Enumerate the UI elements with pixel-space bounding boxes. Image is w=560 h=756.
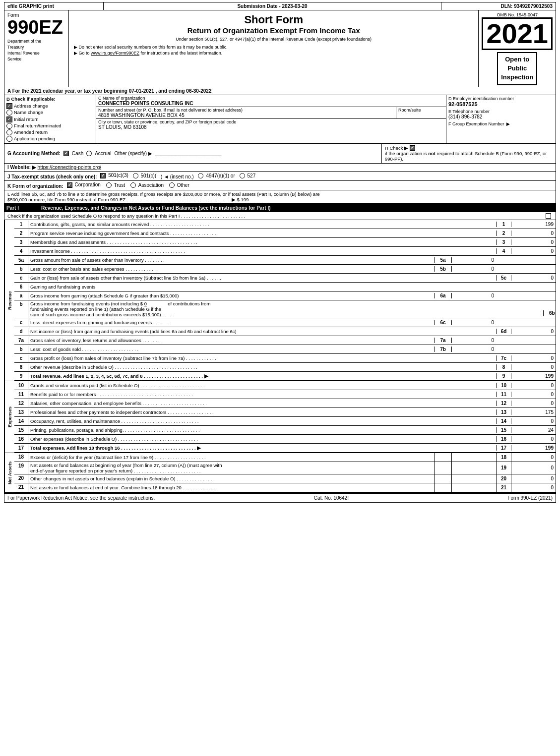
row5a-inner-line: 5a (434, 257, 451, 263)
row6-num: 6 (14, 284, 28, 290)
row6b-inner-line: 6b (543, 310, 560, 316)
expense-row-17: 17Total expenses. Add lines 10 through 1… (14, 444, 556, 453)
schedule-o-radio[interactable] (546, 213, 551, 219)
row4-num: 4 (14, 248, 28, 254)
website-url[interactable]: https://connecting-points.org/ (38, 165, 101, 170)
application-pending-radio[interactable] (6, 136, 12, 142)
net-assets-side-label: Net Assets (4, 453, 14, 492)
row6b-desc: Gross income from fundraising events (no… (28, 300, 543, 318)
row7a-inner-val: 0 (451, 338, 496, 343)
name-change-radio[interactable] (6, 110, 12, 116)
expense-row-10: 10Grants and similar amounts paid (list … (14, 381, 556, 390)
row1-value: 199 (511, 222, 556, 227)
accrual-radio[interactable] (86, 151, 92, 156)
row6c-desc: Less: direct expenses from gaming and fu… (28, 319, 434, 326)
final-return-radio[interactable] (6, 123, 12, 129)
checkbox-name-change[interactable]: Name change (6, 110, 94, 116)
page: efile GRAPHIC print Submission Date - 20… (0, 0, 560, 505)
section-k: K Form of organization: ✓ Corporation Tr… (4, 181, 556, 190)
address-change-label: Address change (14, 103, 48, 109)
row6-desc: Gaming and fundraising events (28, 284, 434, 290)
cash-checkbox[interactable]: ✓ (63, 151, 69, 156)
501c3-checkbox[interactable]: ✓ (100, 173, 106, 178)
row7a-num: 7a (14, 337, 28, 344)
corporation-checkbox[interactable]: ✓ (67, 182, 72, 188)
dln: DLN: 93492079012503 (441, 2, 556, 10)
row7c-lineno: 7c (496, 355, 511, 361)
501c-radio[interactable] (133, 173, 138, 178)
expenses-side-label: Expenses (4, 381, 14, 453)
net-assets-row-18: 18Excess or (deficit) for the year (Subt… (14, 453, 556, 462)
association-radio[interactable] (130, 182, 136, 188)
expense-row-13: 13Professional fees and other payments t… (14, 408, 556, 417)
footer: For Paperwork Reduction Act Notice, see … (4, 493, 556, 503)
other-radio[interactable] (169, 182, 175, 188)
year-box: 2021 (482, 17, 553, 50)
row5c-desc: Gain or (loss) from sale of assets other… (28, 275, 434, 281)
527-radio[interactable] (240, 173, 245, 178)
row7b-inner-line: 7b (434, 347, 451, 352)
expense-row-16: 16Other expenses (describe in Schedule O… (14, 435, 556, 444)
row5b-num: b (14, 266, 28, 272)
open-inspection-box: Open to Public Inspection (497, 52, 537, 85)
checkbox-final-return[interactable]: Final return/terminated (6, 123, 94, 129)
row6a-num: a (14, 292, 28, 299)
row5c-value: 0 (511, 275, 556, 281)
checkbox-amended-return[interactable]: Amended return (6, 129, 94, 135)
trust-radio[interactable] (106, 182, 112, 188)
ein: 92-0587525 (448, 101, 554, 107)
org-name: CONNECTED POINTS CONSULTING INC (98, 101, 444, 106)
checkbox-address-change[interactable]: Address change (6, 103, 94, 109)
expense-row-15: 15Printing, publications, postage, and s… (14, 426, 556, 435)
omb-number: OMB No. 1545-0047 (497, 12, 538, 17)
row6a-inner-val: 0 (451, 293, 496, 298)
row6c-inner-line: 6c (434, 320, 451, 325)
address-change-checkbox[interactable] (6, 103, 12, 109)
row7a-desc: Gross sales of inventory, less returns a… (28, 337, 434, 344)
part1-title: Revenue, Expenses, and Changes in Net As… (41, 205, 271, 211)
4947-radio[interactable] (198, 173, 203, 178)
section-g: G Accounting Method: ✓ Cash Accrual Othe… (4, 144, 382, 163)
expense-row-12: 12Salaries, other compensation, and empl… (14, 399, 556, 408)
return-title: Return of Organization Exempt From Incom… (74, 26, 473, 35)
efile-label: efile GRAPHIC print (4, 2, 104, 10)
section-i: I Website: ▶ https://connecting-points.o… (4, 164, 556, 172)
row3-num: 3 (14, 239, 28, 245)
row6c-num: c (14, 319, 28, 326)
subtitle: Under section 501(c), 527, or 4947(a)(1)… (74, 37, 473, 42)
row5c-lineno: 5c (496, 275, 511, 281)
footer-left: For Paperwork Reduction Act Notice, see … (7, 495, 155, 501)
section-a: A For the 2021 calendar year, or tax yea… (4, 87, 556, 95)
row6d-desc: Net income or (loss) from gaming and fun… (28, 328, 434, 335)
dept-info: Department of the Treasury Internal Reve… (7, 39, 65, 62)
form-number: 990EZ (7, 18, 65, 37)
street-address: 4818 WASHINGTON AVENUE BOX 45 (98, 113, 394, 118)
net-assets-row-19: 19Net assets or fund balances at beginni… (14, 462, 556, 474)
initial-return-checkbox[interactable] (6, 116, 12, 122)
part1-label: Part I (6, 205, 41, 211)
row5a-inner-val: 0 (451, 257, 496, 263)
row5b-inner-line: 5b (434, 266, 451, 272)
row9-num: 9 (14, 373, 28, 379)
row5c-num: c (14, 275, 28, 281)
row6d-lineno: 6d (496, 329, 511, 334)
row9-value: 199 (511, 373, 556, 379)
row9-desc: Total revenue. Add lines 1, 2, 3, 4, 5c,… (28, 373, 434, 379)
section-h: H Check ▶ ✓ if the organization is not r… (382, 144, 556, 163)
net-assets-row-20: 20Other changes in net assets or fund ba… (14, 474, 556, 483)
final-return-label: Final return/terminated (14, 123, 62, 128)
row6a-inner-line: 6a (434, 293, 451, 298)
row7a-inner-line: 7a (434, 338, 451, 343)
expense-row-14: 14Occupancy, rent, utilities, and mainte… (14, 417, 556, 426)
row6d-num: d (14, 328, 28, 335)
checkbox-initial-return[interactable]: Initial return (6, 116, 94, 122)
amended-return-label: Amended return (14, 129, 48, 135)
city-state-zip: ST LOUIS, MO 63108 (98, 124, 444, 130)
checkbox-application-pending[interactable]: Application pending (6, 136, 94, 142)
row9-lineno: 9 (496, 373, 511, 379)
section-l: L Add lines 5b, 6c, and 7b to line 9 to … (4, 190, 556, 204)
footer-middle: Cat. No. 10642I (314, 495, 349, 501)
row8-desc: Other revenue (describe in Schedule O) .… (28, 364, 434, 370)
amended-return-radio[interactable] (6, 129, 12, 135)
row5a-num: 5a (14, 257, 28, 263)
